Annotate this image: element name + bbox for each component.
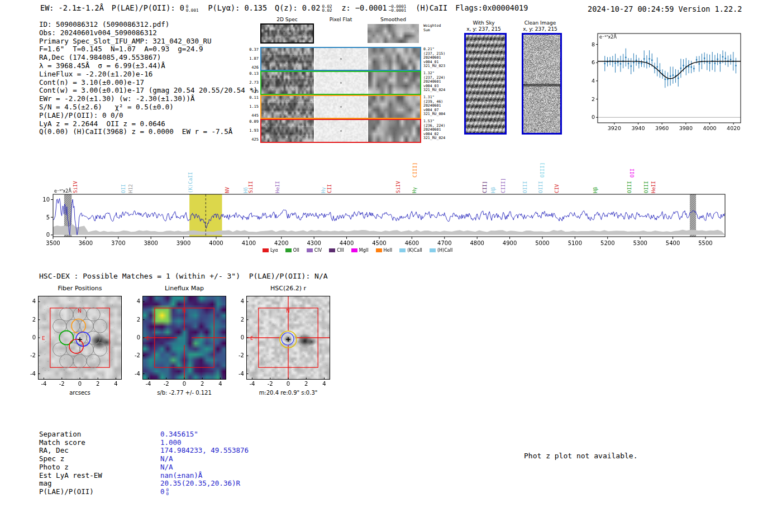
spec2d-row-strips [260, 119, 421, 143]
header-segment: (H)CaII [416, 3, 447, 12]
match-row-value: nan(±nan)Å [160, 472, 202, 480]
spec2d-spec2d-strip [261, 120, 314, 142]
header-segment: Q(z): 0.020.020.02 [275, 3, 333, 13]
match-row-label: mag [39, 480, 160, 488]
spec2d-row: 0.371.874260.21" (237, 215) 20240601 v00… [246, 47, 450, 71]
match-row-label: P(LAE)/P(OII) [39, 488, 160, 496]
spec2d-row-label: 1.53" (236, 224) 20240601 v004_02 321_RU… [423, 119, 450, 141]
panel-xtick-label: 4 [215, 381, 226, 387]
panel-ytick-label: 4 [128, 298, 140, 304]
info-line: LyA z = 2.2644 OII z = 0.0646 [39, 120, 258, 128]
match-table-row: Separation0.345615" [39, 430, 249, 439]
info-line: Obs: 20240601v004_5090086312 [39, 29, 258, 37]
spec2d-row-label: 0.21" (237, 215) 20240601 v004_01 321_RU… [423, 47, 450, 69]
panel-xtick-label: 0 [179, 381, 190, 387]
match-table-row: RA, Dec174.984233, 49.553876 [39, 447, 249, 455]
photz-note: Phot z plot not available. [524, 452, 638, 460]
hsc-r-panel: HSC(26.2) r m:20.4 re:0.9" s:0.3" -4-4-2… [231, 285, 342, 402]
match-table-row: P(LAE)/P(OII)000 [39, 488, 249, 496]
info-line: ID: 5090086312 (5090086312.pdf) [39, 21, 258, 29]
spec2d-row: 0.111.154451.31" (239, 46) 20240601 v004… [246, 95, 450, 119]
panel-xtick-label: 2 [92, 381, 103, 387]
hsc-r-caption: m:20.4 re:0.9" s:0.3" [231, 390, 346, 396]
spec2d-smooth-strip [368, 72, 420, 94]
spec2d-value: 426 [246, 65, 259, 70]
spec2d-smooth-strip [368, 96, 420, 118]
spec2d-spec2d-strip [261, 96, 314, 118]
fiber-positions-title: Fiber Positions [38, 285, 122, 292]
header-segment: Flags:0x00004019 [455, 3, 528, 12]
panel-xtick-label: 0 [283, 381, 294, 387]
spec2d-spec2d-strip [261, 48, 314, 70]
legend-swatch [351, 248, 357, 252]
legend-swatch [307, 248, 313, 252]
panel-ytick-label: 2 [23, 317, 36, 323]
spec2d-flat-strip [315, 96, 367, 118]
spec2d-header-smoothed: Smoothed [368, 17, 419, 22]
panel-ytick-label: -2 [23, 352, 36, 358]
spec2d-value: 0.37 [246, 47, 259, 52]
legend-item: CIII [329, 248, 344, 253]
spec2d-flat-strip [315, 48, 367, 70]
match-table-row: Photo zN/A [39, 463, 249, 472]
detection-info-block: ID: 5090086312 (5090086312.pdf)Obs: 2024… [39, 21, 258, 136]
spec2d-row-strips [260, 95, 421, 119]
info-line: λ = 3968.45Å σ = 6.99(±3.44)Å [39, 62, 258, 70]
header-segment: P(Lyα): 0.135 [208, 3, 267, 12]
panel-xtick-label: -4 [38, 381, 49, 387]
spec2d-header-pixelflat: Pixel Flat [315, 17, 366, 22]
spec2d-spec2d-strip [261, 72, 314, 94]
legend-label: Lyα [270, 248, 278, 253]
spec2d-value: 2.73 [246, 80, 259, 85]
spec2d-flat-strip [315, 72, 367, 94]
fiber-positions-xlabel: arcsecs [22, 390, 137, 396]
spec2d-weighted-2d-strip [260, 23, 314, 44]
hsc-r-canvas [246, 296, 330, 380]
spec2d-value: 425 [246, 137, 259, 142]
info-line: Primary Spec_Slot_IFU_AMP: 321_042_030_R… [39, 37, 258, 46]
legend-label: (H)CaII [437, 248, 452, 253]
line-fit-plot-canvas [581, 28, 744, 135]
match-row-value: 0 [160, 488, 165, 496]
info-line: P(LAE)/P(OII): 0 0/0 [39, 112, 258, 120]
legend-label: CIII [337, 248, 344, 253]
lineflux-map-caption: s/b: -2.77 +/- 0.121 [127, 390, 242, 396]
panel-ytick-label: -4 [128, 371, 140, 377]
match-table-row: Spec zN/A [39, 455, 249, 463]
panel-ytick-label: 2 [232, 317, 244, 323]
spectrum-legend: LyαOIICIVCIIIMgIIHeII(K)CaII(H)CaII [263, 248, 452, 253]
spec2d-value: 1.87 [246, 56, 259, 61]
match-row-label: RA, Dec [39, 447, 160, 455]
spec2d-row-values: 0.371.87426 [246, 47, 259, 70]
clean-image-title: Clean Image [518, 20, 562, 26]
catalog-match-table: Separation0.345615"Match score1.000RA, D… [39, 430, 249, 496]
match-row-value: 1.000 [160, 439, 182, 447]
legend-label: OII [293, 248, 299, 253]
panel-xtick-label: 4 [111, 381, 122, 387]
spec2d-row-label: 1.31" (239, 46) 20240601 v004_07 321_RU_… [423, 95, 450, 117]
fiber-positions-panel: Fiber Positions arcsecs -4-4-2-2002244 [22, 285, 134, 402]
stacked-sub: −0.0001 [389, 8, 407, 13]
spec2d-smooth-strip [368, 120, 420, 142]
spec2d-row-strips [260, 71, 421, 95]
match-row-value: 20.35(20.35,20.36)R [160, 480, 240, 488]
panel-xtick-label: 0 [74, 381, 85, 387]
match-row-value: 174.984233, 49.553876 [160, 447, 249, 455]
match-table-row: Match score1.000 [39, 439, 249, 447]
panel-xtick-label: -4 [142, 381, 154, 387]
match-row-value: N/A [160, 463, 173, 472]
spec2d-row: 0.091.934251.53" (236, 224) 20240601 v00… [246, 119, 450, 143]
panel-ytick-label: 0 [23, 334, 36, 341]
lineflux-map-canvas [142, 296, 226, 380]
info-line: EWr = -2.20(±1.30) (w: -2.30(±1.30))Å [39, 95, 258, 103]
legend-swatch [329, 248, 335, 252]
with-sky-image [464, 33, 507, 135]
match-row-value: N/A [160, 455, 173, 463]
spec2d-row-values [246, 24, 259, 42]
info-line: Cont(n) = 3.10(±0.00)e-17 [39, 79, 258, 87]
legend-item: Lyα [263, 248, 278, 253]
match-row-label: Match score [39, 439, 160, 447]
panel-ytick-label: 0 [232, 334, 244, 341]
panel-ytick-label: -2 [128, 352, 140, 358]
panel-xtick-label: 4 [319, 381, 330, 387]
